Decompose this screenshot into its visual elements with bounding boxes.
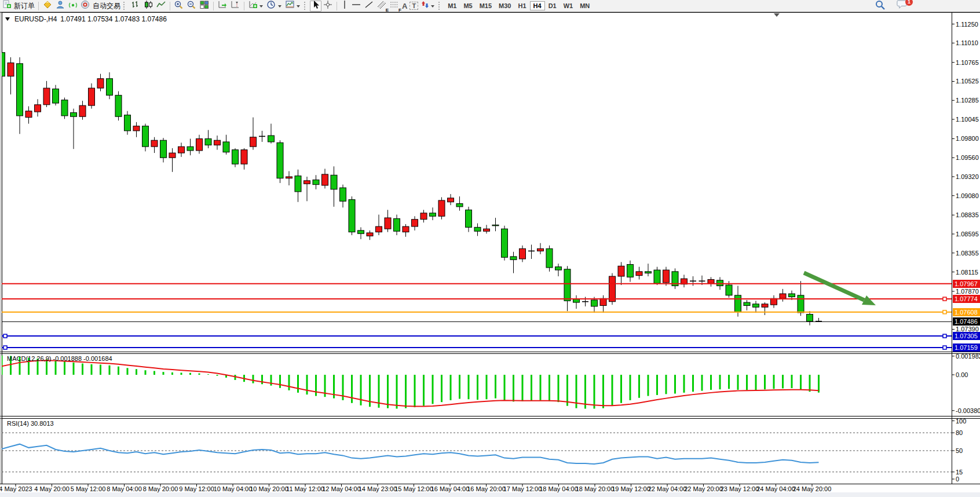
rsi-indicator-label: RSI(14) 30.8013 bbox=[7, 420, 54, 427]
zoom-out-button[interactable] bbox=[185, 1, 198, 12]
candle-bearish bbox=[358, 231, 364, 233]
candle-bearish bbox=[798, 295, 804, 313]
crosshair-tool-button[interactable] bbox=[321, 1, 334, 12]
chart-shift-marker[interactable] bbox=[774, 13, 780, 17]
autotrading-button[interactable]: 自动交易 bbox=[79, 1, 122, 12]
candle-bullish bbox=[89, 88, 95, 105]
tf-m1[interactable]: M1 bbox=[444, 1, 460, 10]
candle-bearish bbox=[53, 89, 59, 103]
new-order-button[interactable]: 新订单 bbox=[1, 1, 36, 12]
candle-bullish bbox=[178, 147, 185, 153]
candle-bullish bbox=[35, 105, 41, 112]
candle-bearish bbox=[654, 270, 660, 283]
toolbar-separator bbox=[213, 2, 214, 10]
candle-bearish bbox=[349, 200, 355, 232]
candle-bullish bbox=[43, 88, 50, 105]
line-handle[interactable] bbox=[3, 334, 7, 338]
trendline-tool[interactable] bbox=[363, 1, 375, 12]
toolbar-separator bbox=[244, 2, 244, 10]
line-handle[interactable] bbox=[943, 297, 946, 301]
tf-m30[interactable]: M30 bbox=[495, 1, 514, 10]
candlestick-mode-button[interactable] bbox=[142, 1, 155, 12]
auto-scroll-button[interactable] bbox=[216, 1, 229, 12]
candle-bearish bbox=[232, 150, 239, 165]
fibonacci-tool[interactable]: F bbox=[388, 1, 401, 12]
candle-bearish bbox=[555, 267, 562, 270]
auto-scroll-icon bbox=[217, 0, 228, 12]
tf-w1[interactable]: W1 bbox=[560, 1, 577, 10]
signal-button[interactable] bbox=[67, 1, 79, 12]
zoom-in-button[interactable] bbox=[173, 1, 185, 12]
toolbar-gripper[interactable] bbox=[304, 2, 307, 10]
candle-bullish bbox=[367, 233, 373, 236]
vertical-line-tool[interactable] bbox=[339, 1, 350, 12]
autotrading-label: 自动交易 bbox=[93, 1, 120, 11]
candle-bullish bbox=[438, 200, 445, 216]
macd-signal-line bbox=[2, 360, 819, 406]
channel-tool[interactable]: E bbox=[375, 1, 388, 12]
candle-bearish bbox=[107, 79, 113, 96]
bar-chart-mode-button[interactable] bbox=[129, 1, 142, 12]
tf-h1[interactable]: H1 bbox=[515, 1, 530, 10]
candle-bullish bbox=[8, 63, 14, 76]
text-label-tool[interactable]: T bbox=[408, 1, 419, 12]
tf-m15[interactable]: M15 bbox=[476, 1, 495, 10]
chart-canvas[interactable] bbox=[0, 0, 980, 497]
gold-chart-button[interactable] bbox=[41, 1, 54, 12]
candle-bearish bbox=[115, 95, 122, 116]
line-handle[interactable] bbox=[943, 346, 946, 349]
line-chart-mode-button[interactable] bbox=[155, 1, 167, 12]
chevron-down-icon[interactable] bbox=[259, 5, 263, 8]
collapse-triangle-icon[interactable] bbox=[5, 17, 10, 21]
macd-indicator-label: MACD(12,26,9) -0.001888 -0.001684 bbox=[7, 355, 112, 362]
zoom-in-icon bbox=[174, 0, 184, 12]
tf-m5[interactable]: M5 bbox=[460, 1, 476, 10]
toolbar-separator bbox=[38, 2, 39, 10]
line-handle[interactable] bbox=[3, 346, 7, 349]
chevron-down-icon[interactable] bbox=[278, 5, 281, 8]
macd-layer bbox=[2, 356, 819, 409]
candle-bearish bbox=[717, 280, 723, 286]
arrows-tool[interactable] bbox=[419, 1, 437, 12]
notifications-button[interactable]: 1 bbox=[895, 1, 909, 12]
toolbar-gripper[interactable] bbox=[123, 2, 126, 10]
candle-bullish bbox=[708, 279, 714, 283]
tf-mn[interactable]: MN bbox=[576, 1, 593, 10]
candle-bearish bbox=[187, 147, 193, 151]
candle-bearish bbox=[340, 188, 346, 201]
text-tool[interactable]: A bbox=[401, 1, 408, 12]
cursor-tool-button[interactable] bbox=[310, 1, 321, 12]
clock-icon bbox=[266, 0, 277, 12]
new-chart-button[interactable] bbox=[247, 1, 265, 12]
candle-bearish bbox=[502, 229, 508, 257]
text-tool-glyph: A bbox=[402, 2, 407, 10]
candle-bullish bbox=[609, 276, 616, 302]
chart-shift-button[interactable] bbox=[229, 1, 242, 12]
gold-icon bbox=[42, 0, 53, 12]
search-button[interactable] bbox=[873, 1, 887, 12]
tf-d1[interactable]: D1 bbox=[545, 1, 560, 10]
horizontal-line-tool[interactable] bbox=[350, 1, 363, 12]
candle-bearish bbox=[394, 218, 400, 231]
new-order-icon bbox=[2, 0, 12, 12]
tile-windows-button[interactable] bbox=[198, 1, 211, 12]
candle-bearish bbox=[645, 272, 652, 273]
tile-windows-icon bbox=[199, 0, 210, 12]
tf-h4[interactable]: H4 bbox=[530, 1, 545, 10]
fibo-glyph: F bbox=[398, 8, 401, 13]
candle-bearish bbox=[627, 265, 634, 277]
line-handle[interactable] bbox=[943, 334, 946, 338]
candle-bullish bbox=[286, 177, 292, 178]
periods-button[interactable] bbox=[265, 1, 284, 12]
candle-bearish bbox=[430, 213, 436, 216]
candle-bullish bbox=[762, 304, 768, 307]
community-button[interactable] bbox=[54, 1, 67, 12]
trend-arrow-object[interactable] bbox=[804, 273, 864, 300]
candle-bearish bbox=[17, 64, 23, 116]
chevron-down-icon[interactable] bbox=[297, 5, 300, 8]
toolbar-gripper[interactable] bbox=[438, 2, 441, 10]
candle-bearish bbox=[546, 248, 553, 268]
line-handle[interactable] bbox=[943, 310, 946, 314]
chevron-down-icon[interactable] bbox=[431, 5, 434, 8]
templates-button[interactable] bbox=[284, 1, 302, 12]
